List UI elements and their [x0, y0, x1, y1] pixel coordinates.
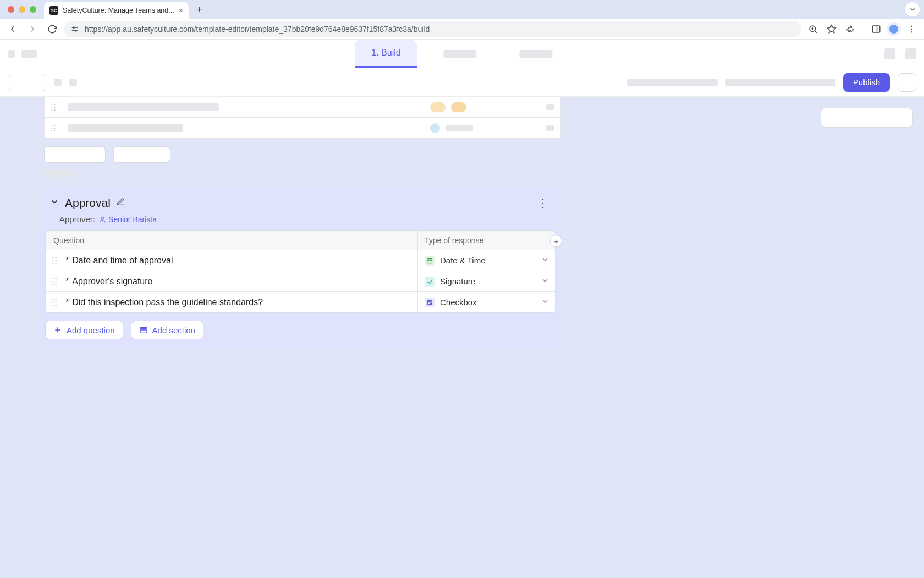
checkbox-icon — [425, 298, 435, 307]
action-button-skeleton-1[interactable] — [44, 146, 106, 163]
subtoolbar-skeleton-2 — [69, 79, 77, 86]
subtoolbar-skeleton-wide-2 — [725, 79, 835, 86]
svg-point-21 — [54, 124, 56, 125]
response-type-selector[interactable]: Date & Time — [417, 250, 555, 271]
svg-point-41 — [52, 284, 53, 285]
svg-point-3 — [75, 30, 77, 31]
close-window-icon[interactable] — [8, 6, 14, 13]
drag-handle-icon[interactable] — [46, 299, 63, 306]
response-type-selector[interactable]: Checkbox — [417, 292, 555, 312]
svg-point-14 — [51, 104, 52, 105]
browser-tab-strip: SC SafetyCulture: Manage Teams and... × … — [0, 0, 924, 19]
drag-handle-icon[interactable] — [46, 257, 63, 265]
subtoolbar-left-button[interactable] — [8, 74, 46, 91]
site-settings-icon[interactable] — [70, 25, 79, 34]
reload-button[interactable] — [44, 21, 61, 37]
tab-placeholder-2[interactable] — [427, 40, 493, 68]
svg-point-42 — [56, 284, 57, 285]
header-skeleton-text — [21, 50, 37, 58]
chevron-down-icon — [541, 297, 549, 308]
svg-point-46 — [56, 301, 57, 302]
question-row-skeleton[interactable] — [44, 97, 561, 118]
svg-rect-33 — [427, 258, 432, 263]
svg-line-5 — [815, 31, 816, 32]
svg-point-2 — [73, 27, 75, 29]
side-panel-icon[interactable] — [868, 21, 884, 37]
forward-button[interactable] — [24, 21, 41, 37]
response-type-cell[interactable] — [423, 118, 560, 138]
svg-marker-8 — [828, 25, 836, 32]
browser-menu-icon[interactable] — [903, 21, 920, 37]
tabs-dropdown-icon[interactable] — [905, 2, 920, 16]
table-row[interactable]: * Date and time of approval Date & Time — [46, 250, 555, 271]
svg-point-40 — [56, 280, 57, 282]
browser-tab[interactable]: SC SafetyCulture: Manage Teams and... × — [44, 2, 189, 19]
close-tab-icon[interactable]: × — [179, 6, 183, 15]
svg-point-19 — [54, 109, 56, 111]
table-row[interactable]: * Approver's signature Signature — [46, 271, 555, 291]
svg-point-22 — [51, 127, 52, 128]
signature-icon — [425, 277, 435, 287]
fullscreen-window-icon[interactable] — [30, 6, 36, 13]
add-question-button[interactable]: Add question — [45, 321, 123, 339]
subtoolbar-skeleton-wide-1 — [627, 79, 718, 86]
drag-handle-icon[interactable] — [45, 124, 62, 132]
drag-handle-icon[interactable] — [45, 103, 62, 111]
collapse-section-icon[interactable] — [50, 197, 59, 209]
svg-point-16 — [51, 107, 52, 108]
question-text: Did this inspection pass the guideline s… — [72, 298, 263, 307]
svg-point-48 — [56, 305, 57, 306]
question-row-skeleton[interactable] — [44, 118, 561, 139]
approver-label: Approver: — [59, 214, 95, 224]
approver-chip[interactable]: Senior Barista — [98, 215, 157, 224]
action-button-skeleton-2[interactable] — [113, 146, 170, 163]
add-column-button[interactable]: + — [550, 235, 562, 247]
browser-toolbar: https://app.au.safetyculture.com/templat… — [0, 19, 924, 40]
tab-build[interactable]: 1. Build — [355, 40, 417, 68]
tab-placeholder-3[interactable] — [503, 40, 569, 68]
response-type-cell[interactable] — [423, 97, 560, 117]
approver-row: Approver: Senior Barista — [40, 211, 561, 230]
add-section-label: Add section — [152, 326, 195, 335]
svg-point-38 — [56, 278, 57, 279]
back-button[interactable] — [4, 21, 21, 37]
header-right-skeleton-1 — [884, 48, 895, 59]
response-type-selector[interactable]: Signature — [417, 271, 555, 291]
extensions-icon[interactable] — [842, 21, 859, 37]
toolbar-divider — [863, 24, 864, 35]
section-menu-icon[interactable]: ⋮ — [535, 195, 551, 211]
response-type-label: Signature — [440, 277, 475, 286]
add-section-button[interactable]: Add section — [131, 321, 204, 339]
minimize-window-icon[interactable] — [19, 6, 25, 13]
profile-avatar[interactable] — [887, 22, 901, 36]
window-controls — [8, 6, 36, 13]
drag-handle-icon[interactable] — [46, 278, 63, 285]
edit-section-title-icon[interactable] — [116, 197, 125, 208]
tab-title: SafetyCulture: Manage Teams and... — [63, 7, 174, 14]
new-tab-button[interactable]: + — [192, 2, 207, 17]
chevron-down-icon — [541, 276, 549, 287]
subtoolbar-skeleton-1 — [54, 79, 62, 86]
favicon-icon: SC — [50, 6, 58, 15]
svg-point-26 — [101, 217, 104, 219]
column-header-question: Question — [46, 236, 417, 245]
address-bar[interactable]: https://app.au.safetyculture.com/templat… — [64, 21, 801, 37]
floating-panel[interactable] — [821, 108, 913, 128]
sub-toolbar: Publish — [0, 68, 924, 97]
subtoolbar-right-square-button[interactable] — [898, 73, 916, 92]
add-question-label: Add question — [67, 326, 115, 335]
app-header: 1. Build — [0, 40, 924, 68]
approval-questions-table: Question Type of response — [45, 230, 556, 313]
publish-button[interactable]: Publish — [843, 73, 890, 92]
zoom-icon[interactable] — [805, 21, 821, 37]
svg-point-44 — [56, 299, 57, 300]
bookmark-icon[interactable] — [823, 21, 840, 37]
svg-point-24 — [51, 130, 52, 131]
svg-point-43 — [52, 299, 53, 300]
response-type-label: Checkbox — [440, 298, 477, 307]
required-indicator: * — [65, 277, 69, 287]
section-footer-skeleton — [44, 170, 75, 177]
svg-rect-52 — [140, 327, 147, 329]
table-row[interactable]: * Did this inspection pass the guideline… — [46, 291, 555, 312]
editor-canvas: Approval ⋮ Approver: Senior Barista — [0, 97, 924, 578]
